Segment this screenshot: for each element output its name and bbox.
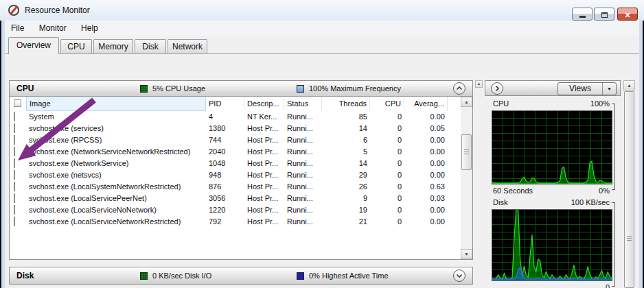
- cpu-collapse-button[interactable]: [453, 82, 465, 95]
- table-row[interactable]: svchost.exe (netsvcs)948Host Pr...Runni.…: [10, 169, 461, 181]
- cell-description: NT Ker...: [244, 111, 284, 123]
- row-checkbox-cell: [10, 181, 26, 193]
- table-row[interactable]: svchost.exe (LocalServiceNetworkRestrict…: [10, 216, 461, 228]
- disk-expand-button[interactable]: [453, 269, 465, 282]
- cell-cpu: 0: [370, 169, 404, 181]
- row-checkbox-cell: [10, 123, 26, 134]
- scroll-up-icon[interactable]: ▲: [475, 80, 483, 88]
- graphs-pane: Views ▼ CPU 100% 60 Seconds 0%: [485, 80, 621, 288]
- menu-file[interactable]: File: [5, 21, 30, 36]
- cell-average-cpu: 0.00: [404, 134, 448, 146]
- tab-overview[interactable]: Overview: [8, 37, 59, 54]
- table-row[interactable]: svchost.exe (RPCSS)744Host Pr...Runni...…: [10, 134, 461, 146]
- cpu-usage-label: 5% CPU Usage: [152, 84, 205, 93]
- menu-help[interactable]: Help: [75, 21, 104, 36]
- disk-scale-bracket: [612, 202, 615, 287]
- table-row[interactable]: svchost.exe (LocalServiceNoNetwork)1220H…: [10, 204, 461, 216]
- row-checkbox[interactable]: [14, 217, 15, 226]
- disk-active-label: 0% Highest Active Time: [309, 272, 389, 280]
- cell-pid: 948: [206, 169, 244, 181]
- cell-threads: 6: [322, 134, 370, 146]
- cell-description: Host Pr...: [244, 216, 284, 228]
- row-checkbox[interactable]: [14, 123, 15, 133]
- views-dropdown-arrow[interactable]: ▼: [602, 83, 616, 95]
- menu-bar: File Monitor Help: [5, 21, 639, 36]
- cell-pid: 3056: [206, 193, 244, 204]
- cell-status: Runni...: [284, 146, 322, 158]
- row-checkbox[interactable]: [14, 205, 15, 215]
- cell-pid: 2040: [206, 146, 244, 158]
- cpu-section-header[interactable]: CPU 5% CPU Usage 100% Maximum Frequency: [10, 81, 472, 97]
- row-checkbox-cell: [10, 193, 26, 204]
- scroll-up-icon[interactable]: ▲: [461, 97, 472, 107]
- scrollbar-thumb[interactable]: [461, 134, 472, 170]
- cpu-graph-min-label: 0%: [599, 187, 610, 195]
- row-checkbox[interactable]: [14, 147, 15, 156]
- table-row[interactable]: System4NT Ker...Runni...8500.00: [10, 111, 461, 123]
- cell-status: Runni...: [284, 169, 322, 181]
- tab-cpu[interactable]: CPU: [60, 39, 92, 53]
- right-pane-scrollbar[interactable]: ▲: [623, 80, 635, 288]
- header-checkbox-cell: [10, 97, 26, 111]
- row-checkbox-cell: [10, 216, 26, 228]
- cpu-graph-labels: CPU 100%: [493, 99, 610, 110]
- cell-average-cpu: 0.05: [404, 123, 448, 134]
- cell-cpu: 0: [370, 134, 404, 146]
- table-row[interactable]: svchost.exe (services)1380Host Pr...Runn…: [10, 123, 461, 134]
- cell-pid: 1220: [206, 204, 244, 216]
- cpu-graph-plot: [492, 111, 612, 184]
- cell-status: Runni...: [284, 123, 322, 134]
- table-row[interactable]: svchost.exe (NetworkService)1048Host Pr.…: [10, 158, 461, 169]
- tab-memory[interactable]: Memory: [93, 39, 133, 53]
- scroll-up-icon[interactable]: ▲: [623, 80, 635, 91]
- row-checkbox[interactable]: [14, 193, 15, 203]
- caret-down-icon: ▼: [607, 86, 612, 91]
- chevron-up-icon: [455, 84, 463, 93]
- row-checkbox[interactable]: [14, 170, 15, 180]
- maximize-button[interactable]: [594, 8, 614, 21]
- table-row[interactable]: svchost.exe (NetworkServiceNetworkRestri…: [10, 146, 461, 158]
- menu-monitor[interactable]: Monitor: [33, 21, 73, 36]
- tab-network[interactable]: Network: [168, 39, 207, 53]
- row-checkbox[interactable]: [14, 112, 15, 121]
- client-area: File Monitor Help Overview CPU Memory Di…: [5, 21, 639, 288]
- scrollbar-thumb[interactable]: [624, 91, 634, 288]
- column-header-description[interactable]: Descrip...: [244, 97, 284, 111]
- disk-io-legend-icon: [140, 272, 148, 280]
- column-header-pid[interactable]: PID: [206, 97, 244, 111]
- column-header-status[interactable]: Status: [284, 97, 322, 111]
- row-checkbox[interactable]: [14, 158, 15, 168]
- minimize-icon: [579, 16, 586, 18]
- minimize-button[interactable]: [572, 8, 593, 21]
- select-all-checkbox[interactable]: [14, 99, 21, 107]
- cell-threads: 5: [322, 146, 370, 158]
- column-header-cpu[interactable]: CPU: [370, 97, 404, 111]
- tab-disk[interactable]: Disk: [135, 39, 166, 53]
- column-header-threads[interactable]: Threads: [322, 97, 370, 111]
- disk-section-header[interactable]: Disk 0 KB/sec Disk I/O 0% Highest Active…: [9, 267, 473, 285]
- pane-expand-button[interactable]: [491, 82, 503, 95]
- cell-description: Host Pr...: [244, 181, 284, 193]
- row-checkbox-cell: [10, 134, 26, 146]
- close-button[interactable]: ✕: [617, 8, 638, 21]
- column-header-average-cpu[interactable]: Averag...: [404, 97, 448, 111]
- cell-image: svchost.exe (LocalServiceNoNetwork): [26, 204, 206, 216]
- cell-average-cpu: 0.00: [404, 169, 448, 181]
- cell-pid: 4: [206, 111, 244, 123]
- table-row[interactable]: svchost.exe (LocalSystemNetworkRestricte…: [10, 181, 461, 193]
- process-table-header: Image PID Descrip... Status Threads CPU …: [10, 97, 461, 111]
- table-row[interactable]: svchost.exe (LocalServicePeerNet)3056Hos…: [10, 193, 461, 204]
- row-checkbox[interactable]: [14, 182, 15, 191]
- process-list-scrollbar[interactable]: ▲ ▼: [461, 97, 472, 259]
- row-checkbox[interactable]: [14, 135, 15, 145]
- cell-image: System: [26, 111, 206, 123]
- scroll-down-icon[interactable]: ▼: [461, 249, 472, 259]
- title-bar[interactable]: Resource Monitor ✕: [0, 0, 644, 21]
- maximize-icon: [601, 12, 608, 18]
- chevron-down-icon: [455, 272, 463, 280]
- views-button[interactable]: Views ▼: [557, 82, 617, 95]
- left-pane-scrollbar[interactable]: ▲: [475, 80, 483, 288]
- tab-bar: Overview CPU Memory Disk Network: [5, 36, 639, 54]
- disk-graph-max-label: 100 KB/sec: [571, 198, 610, 206]
- column-header-image[interactable]: Image: [26, 97, 206, 111]
